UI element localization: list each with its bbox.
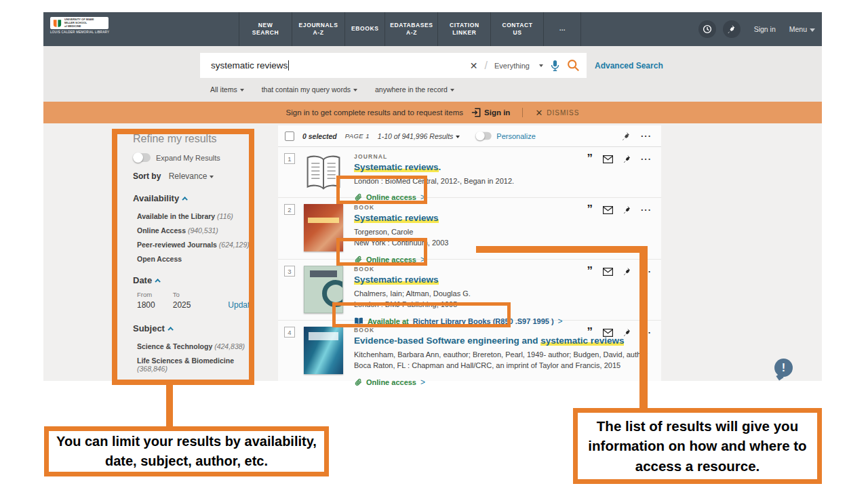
result-row-1[interactable]: 1 JOURNAL Systematic reviews. London : B…: [278, 147, 661, 198]
email-icon[interactable]: [603, 268, 613, 276]
result-publication-info: London : BioMed Central, 2012-, Began in…: [354, 176, 514, 187]
email-icon[interactable]: [603, 155, 613, 163]
library-logo[interactable]: UNIVERSITY OF MIAMI MILLER SCHOOL of MED…: [50, 17, 108, 34]
select-all-checkbox[interactable]: [285, 131, 294, 141]
email-icon[interactable]: [603, 206, 613, 214]
online-access-link[interactable]: Online access >: [354, 378, 648, 387]
result-title-link[interactable]: Systematic reviews: [354, 213, 448, 224]
personalize-toggle[interactable]: Personalize: [475, 131, 535, 140]
result-type: BOOK: [354, 204, 448, 211]
search-section: systematic reviews ✕ / Everything Advanc…: [43, 46, 822, 102]
facet-availability-header[interactable]: Availability: [133, 193, 258, 203]
result-row-3[interactable]: 3 BOOK Systematic reviews Chalmers, Iain…: [278, 260, 661, 321]
sort-dropdown[interactable]: Relevance: [169, 171, 214, 181]
callout-right: The list of results will give you inform…: [573, 408, 822, 484]
expand-results-toggle[interactable]: [133, 153, 151, 162]
result-thumbnail-book[interactable]: [302, 327, 344, 380]
result-author: Kitchenham, Barbara Ann, eauthor; Breret…: [354, 349, 648, 361]
facet-open-access[interactable]: Open Access: [133, 251, 258, 266]
pin-icon[interactable]: [623, 155, 631, 163]
annotation-connector-left: [166, 384, 173, 428]
chevron-up-icon: [155, 279, 161, 284]
citation-icon[interactable]: ”: [587, 206, 593, 214]
nav-edatabases[interactable]: EDATABASES A-Z: [384, 12, 437, 46]
nav-ebooks[interactable]: EBOOKS: [344, 12, 384, 46]
more-actions-icon[interactable]: ···: [641, 327, 652, 338]
filter-contain-words[interactable]: that contain my query words: [262, 85, 357, 94]
facet-peer-reviewed[interactable]: Peer-reviewed Journals (624,129): [133, 237, 258, 251]
pin-icon[interactable]: [623, 205, 631, 214]
pin-icon[interactable]: [622, 131, 630, 141]
result-thumbnail-journal[interactable]: [302, 153, 344, 197]
result-actions: ” ···: [587, 205, 652, 215]
date-from-field[interactable]: From 1800: [137, 291, 155, 310]
advanced-search-link[interactable]: Advanced Search: [595, 61, 663, 70]
result-number: 2: [284, 204, 295, 215]
result-actions: ” ···: [587, 154, 652, 164]
result-number: 1: [284, 153, 295, 164]
result-publication-info: London : BMJ Publishing, 1995: [354, 299, 563, 310]
more-actions-icon[interactable]: ···: [641, 154, 652, 164]
facet-subject-lifesci[interactable]: Life Sciences & Biomedicine (368,846): [133, 353, 258, 375]
more-actions-icon[interactable]: ···: [641, 266, 652, 277]
divider: [522, 108, 523, 117]
facet-subject-scitech[interactable]: Science & Technology (424,838): [133, 339, 258, 353]
nav-ejournals[interactable]: EJOURNALS A-Z: [292, 12, 344, 46]
filter-all-items[interactable]: All items: [210, 85, 244, 94]
exclamation-icon: !: [782, 362, 785, 374]
dismiss-button[interactable]: ✕ DISMISS: [535, 108, 579, 118]
menu-button[interactable]: Menu: [789, 25, 815, 33]
callout-left: You can limit your results by availabili…: [44, 426, 329, 476]
more-options-icon[interactable]: ···: [641, 131, 652, 141]
nav-contact-us[interactable]: CONTACT US: [490, 12, 543, 46]
results-panel: 0 selected PAGE 1 1-10 of 941,996 Result…: [278, 125, 661, 381]
facet-available-in-library[interactable]: Available in the Library (116): [133, 209, 258, 223]
search-scope-dropdown[interactable]: Everything: [494, 62, 530, 70]
search-icon[interactable]: [567, 59, 580, 72]
result-thumbnail-book[interactable]: [302, 266, 344, 320]
search-input[interactable]: systematic reviews: [211, 60, 289, 70]
nav-citation-linker[interactable]: CITATION LINKER: [437, 12, 490, 46]
sign-in-link[interactable]: Sign in: [754, 25, 776, 33]
clear-search-icon[interactable]: ✕: [470, 60, 478, 71]
result-publication-info: Boca Raton, FL : Chapman and Hall/CRC, a…: [354, 360, 648, 371]
pin-icon[interactable]: [623, 267, 631, 276]
facet-subject-header[interactable]: Subject: [133, 323, 258, 333]
banner-sign-in-button[interactable]: Sign in: [471, 108, 510, 117]
citation-icon[interactable]: ”: [587, 155, 593, 163]
search-filter-row: All items that contain my query words an…: [210, 85, 454, 94]
result-row-2[interactable]: 2 BOOK Systematic reviews Torgerson, Car…: [278, 198, 661, 260]
book-cover-green: [304, 266, 343, 313]
result-title-link[interactable]: Systematic reviews: [354, 274, 563, 286]
result-type: JOURNAL: [354, 153, 514, 160]
date-update-link[interactable]: Update: [228, 300, 254, 310]
book-cover-red: [304, 204, 343, 251]
nav-more[interactable]: ...: [543, 12, 581, 46]
nav-new-search[interactable]: NEW SEARCH: [239, 12, 292, 46]
facet-date-header[interactable]: Date: [133, 275, 258, 285]
result-author: Torgerson, Carole: [354, 226, 448, 238]
feedback-button[interactable]: !: [774, 359, 793, 377]
citation-icon[interactable]: ”: [587, 268, 593, 276]
date-to-field[interactable]: To 2025: [173, 291, 191, 310]
pinned-items-button[interactable]: [723, 20, 741, 38]
results-range-dropdown[interactable]: 1-10 of 941,996 Results: [378, 132, 460, 140]
more-actions-icon[interactable]: ···: [641, 205, 652, 215]
result-actions: ” ···: [587, 327, 652, 338]
result-title-link[interactable]: Systematic reviews.: [354, 162, 514, 174]
citation-icon[interactable]: ”: [587, 329, 593, 337]
facet-subject-humans[interactable]: Humans (249,843): [133, 375, 258, 381]
result-row-4[interactable]: 4 BOOK Evidence-based Software engineeri…: [278, 321, 661, 380]
voice-search-icon[interactable]: [550, 60, 560, 72]
pin-icon[interactable]: [623, 328, 631, 337]
result-number: 3: [284, 266, 295, 277]
result-thumbnail-book[interactable]: [302, 204, 344, 259]
history-button[interactable]: [698, 20, 716, 38]
filter-anywhere[interactable]: anywhere in the record: [375, 85, 454, 94]
results-header: 0 selected PAGE 1 1-10 of 941,996 Result…: [278, 125, 661, 147]
chevron-down-icon[interactable]: [539, 64, 543, 67]
chevron-down-icon: [810, 28, 815, 32]
search-box[interactable]: systematic reviews ✕ / Everything: [200, 53, 587, 78]
facet-online-access[interactable]: Online Access (940,531): [133, 223, 258, 237]
email-icon[interactable]: [603, 329, 613, 337]
